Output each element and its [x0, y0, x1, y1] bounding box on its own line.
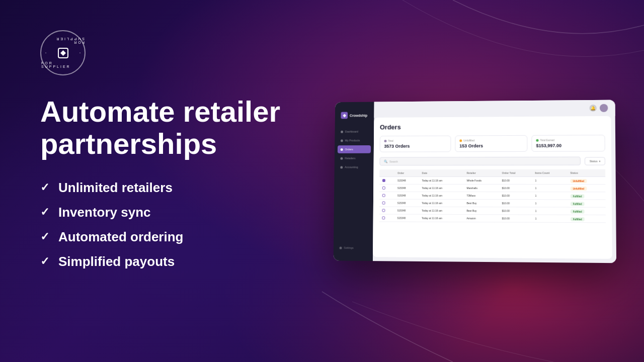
sidebar-brand-name: Crowdship — [350, 114, 367, 117]
sidebar-item-dot-orders — [341, 148, 343, 151]
stat-card-unfulfilled: Unfulfilled 153 Orders — [455, 135, 527, 152]
search-bar: 🔍 Search Status ▾ — [379, 156, 605, 165]
table-row[interactable]: S15348 Today at 11:16 am Marshalls $10.0… — [379, 184, 605, 192]
row-total: $10.00 — [499, 192, 532, 200]
row-status: Unfulfilled — [567, 176, 605, 184]
stat-label-unfulfilled: Unfulfilled — [459, 139, 523, 142]
sidebar-item-orders[interactable]: Orders — [338, 145, 371, 153]
table-row[interactable]: S15348 Today at 11:16 am Best Buy $10.00… — [379, 199, 606, 207]
table-row[interactable]: S15348 Today at 11:16 am T3Maxx $10.00 1… — [379, 192, 606, 200]
sidebar-item-dot-dashboard — [341, 130, 343, 133]
row-checkbox-cell — [379, 207, 394, 214]
sidebar-logo: Crowdship — [335, 108, 374, 123]
row-checkbox[interactable] — [382, 202, 385, 205]
row-status: Fulfilled — [567, 200, 605, 207]
row-total: $10.00 — [499, 176, 532, 184]
app-main: 🔔 Orders Total 3573 Orders — [373, 100, 616, 263]
row-checkbox-cell — [379, 214, 394, 222]
row-checkbox[interactable] — [382, 179, 385, 182]
main-heading: Automate retailer partnerships — [40, 96, 292, 160]
orders-table: Order Date Retailer Order Total Items Co… — [379, 169, 605, 223]
row-date: Today at 11:16 am — [419, 207, 463, 214]
row-retailer: Marshalls — [463, 184, 499, 192]
sidebar-item-accounting[interactable]: Accounting — [337, 163, 370, 171]
logo-text-top: FOR SUPPLIER — [41, 37, 85, 44]
app-sidebar: Crowdship Dashboard My Products Orders — [334, 102, 374, 261]
row-order: S15348 — [394, 184, 419, 192]
status-badge: Fulfilled — [570, 194, 584, 198]
status-filter-button[interactable]: Status ▾ — [585, 157, 605, 165]
table-row[interactable]: S15348 Today at 11:16 am Best Buy $10.00… — [379, 207, 606, 215]
settings-icon — [340, 246, 342, 249]
logo: FOR SUPPLIER FOR SUPPLIER • • — [40, 30, 86, 75]
logo-icon — [54, 44, 72, 62]
stat-label-total: Total — [384, 139, 447, 142]
row-status: Fulfilled — [567, 207, 605, 215]
logo-text-bottom: FOR SUPPLIER — [41, 61, 85, 68]
col-retailer: Retailer — [464, 169, 499, 177]
sidebar-item-dot-products — [341, 139, 343, 142]
sidebar-settings[interactable]: Settings — [337, 244, 370, 252]
search-icon: 🔍 — [384, 159, 387, 163]
row-date: Today at 11:16 am — [419, 184, 463, 192]
row-count: 1 — [532, 185, 567, 192]
sidebar-item-label-products: My Products — [345, 139, 360, 142]
row-checkbox-cell — [379, 184, 394, 192]
stat-dot-earned — [536, 139, 538, 141]
row-checkbox[interactable] — [382, 194, 385, 197]
sidebar-item-dot-retailers — [341, 157, 343, 159]
feature-text-4: Simplified payouts — [58, 254, 175, 269]
row-retailer: Best Buy — [463, 199, 499, 207]
app-header: 🔔 — [374, 100, 615, 118]
row-total: $10.00 — [499, 207, 532, 215]
row-checkbox-cell — [379, 192, 394, 199]
feature-item-4: ✓ Simplified payouts — [40, 254, 292, 269]
search-placeholder: Search — [389, 160, 398, 163]
row-order: S15348 — [394, 192, 419, 199]
sidebar-item-products[interactable]: My Products — [338, 136, 371, 144]
sidebar-item-label-orders: Orders — [345, 148, 353, 151]
sidebar-item-dot-accounting — [340, 166, 343, 168]
check-icon-1: ✓ — [40, 181, 49, 194]
row-count: 1 — [532, 200, 567, 207]
row-retailer: Whole Foods — [464, 176, 499, 184]
stat-card-total: Total 3573 Orders — [380, 136, 451, 152]
feature-list: ✓ Unlimited retailers ✓ Inventory sync ✓… — [40, 180, 292, 269]
table-row[interactable]: S15348 Today at 11:16 am Whole Foods $10… — [379, 176, 605, 184]
row-checkbox[interactable] — [382, 187, 385, 190]
notification-icon[interactable]: 🔔 — [590, 105, 597, 112]
check-icon-3: ✓ — [40, 230, 49, 243]
feature-text-2: Inventory sync — [58, 205, 151, 220]
main-content: FOR SUPPLIER FOR SUPPLIER • • Automate r… — [0, 0, 644, 362]
orders-page: Orders Total 3573 Orders — [373, 116, 612, 259]
sidebar-nav: Dashboard My Products Orders Retailers — [334, 128, 374, 241]
status-btn-label: Status — [590, 159, 598, 162]
search-input[interactable]: 🔍 Search — [379, 157, 581, 166]
row-order: S15348 — [394, 214, 419, 222]
status-badge: Fulfilled — [571, 209, 585, 213]
row-total: $10.00 — [499, 215, 532, 222]
user-avatar[interactable] — [600, 104, 608, 112]
sidebar-logo-icon — [341, 112, 348, 119]
row-count: 1 — [532, 215, 567, 222]
orders-title: Orders — [380, 122, 605, 131]
feature-item-1: ✓ Unlimited retailers — [40, 180, 292, 196]
stat-dot-total — [384, 140, 387, 142]
row-count: 1 — [532, 192, 567, 200]
table-row[interactable]: S15348 Today at 11:16 am Amazon $10.00 1… — [379, 214, 605, 223]
stat-value-unfulfilled: 153 Orders — [459, 143, 523, 148]
sidebar-item-dashboard[interactable]: Dashboard — [338, 128, 371, 136]
table-body: S15348 Today at 11:16 am Whole Foods $10… — [379, 176, 605, 222]
sidebar-item-retailers[interactable]: Retailers — [338, 154, 371, 162]
row-checkbox[interactable] — [382, 209, 385, 212]
row-status: Unfulfilled — [567, 185, 605, 192]
row-checkbox[interactable] — [382, 216, 385, 219]
feature-item-3: ✓ Automated ordering — [40, 229, 292, 245]
row-count: 1 — [532, 207, 567, 215]
row-retailer: Best Buy — [463, 207, 499, 215]
row-count: 1 — [532, 176, 567, 184]
col-status: Status — [567, 169, 605, 177]
sidebar-item-label-retailers: Retailers — [345, 157, 355, 160]
row-status: Fulfilled — [568, 215, 606, 223]
row-retailer: Amazon — [463, 215, 499, 222]
